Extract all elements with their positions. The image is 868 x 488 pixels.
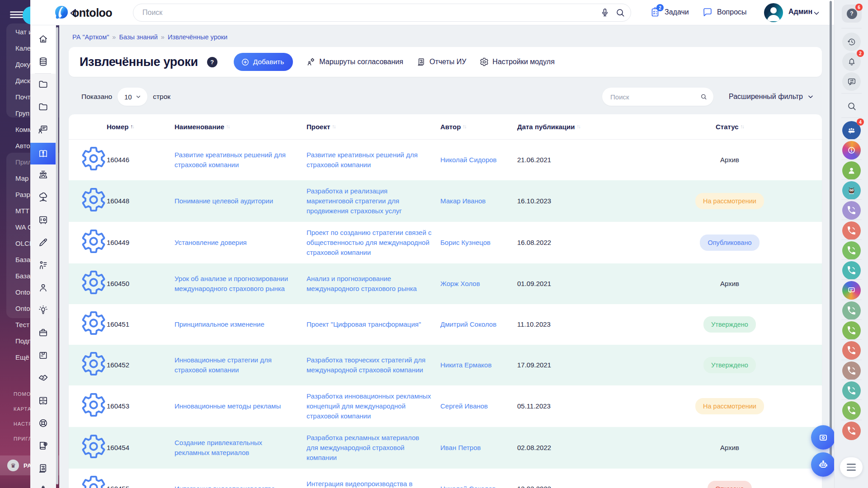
project-link[interactable]: Разработка инновационных рекламных конце… — [307, 391, 440, 421]
row-settings-gear-icon[interactable] — [80, 165, 107, 173]
rail-icon-book-puzzle[interactable] — [34, 436, 52, 455]
channel-phone-button[interactable] — [842, 221, 861, 240]
lesson-link[interactable]: Установление доверия — [175, 238, 255, 248]
channel-phone-button[interactable] — [842, 422, 861, 440]
lesson-link[interactable]: Создание привлекательных рекламных матер… — [175, 438, 307, 458]
row-settings-gear-icon[interactable] — [80, 330, 107, 338]
global-search-input[interactable] — [142, 9, 600, 17]
rail-icon-org[interactable] — [34, 165, 52, 183]
channel-phone-button[interactable] — [842, 341, 861, 360]
channel-phone-button[interactable] — [842, 301, 861, 320]
sort-icon[interactable]: ↑↓ — [226, 124, 230, 130]
table-search-input[interactable] — [610, 93, 700, 101]
channel-phone-button[interactable] — [842, 201, 861, 220]
lesson-link[interactable]: Принципиальное изменение — [175, 319, 273, 329]
lesson-link[interactable]: Интеграция видеопроизводства — [175, 484, 283, 488]
advanced-filter-button[interactable]: Расширенный фильтр — [729, 93, 814, 101]
tasks-button[interactable]: 2 Задачи — [650, 7, 689, 18]
workspace-footer-item[interactable]: КАРТА — [14, 406, 31, 412]
column-header-4[interactable]: Дата публикации↑↓ — [517, 123, 649, 131]
project-link[interactable]: Проект по созданию стратегии связей с об… — [307, 228, 440, 258]
author-link[interactable]: Иван Петров — [440, 443, 489, 453]
project-link[interactable]: Разработка и реализация маркетинговой ст… — [307, 186, 440, 216]
column-header-3[interactable]: Автор↑↓ — [440, 123, 517, 131]
lesson-link[interactable]: Инновационные методы рекламы — [175, 401, 289, 411]
rows-per-page-select[interactable]: 10 — [118, 88, 147, 106]
channel-owl-button[interactable] — [842, 181, 861, 200]
author-link[interactable]: Николай Сидоров — [440, 155, 505, 165]
channel-phone-button[interactable] — [842, 261, 861, 280]
breadcrumb-link[interactable]: Базы знаний — [119, 33, 157, 41]
workspace-footer-item[interactable]: ПОМО — [14, 391, 31, 397]
microphone-icon[interactable] — [600, 8, 610, 18]
rail-menu-button[interactable] — [840, 457, 863, 477]
profile-name[interactable]: Админ — [788, 8, 812, 16]
project-link[interactable]: Проект "Цифровая трансформация" — [307, 319, 429, 329]
rail-icon-drawer[interactable] — [34, 391, 52, 409]
reports-button[interactable]: Отчеты ИУ — [417, 57, 466, 66]
project-link[interactable]: Разработка творческих стратегий для межд… — [307, 355, 440, 375]
add-button[interactable]: Добавить — [234, 53, 293, 71]
lesson-link[interactable]: Урок об анализе и прогнозировании междун… — [175, 274, 307, 294]
channel-phone-button[interactable] — [842, 381, 861, 400]
page-scrollbar[interactable] — [830, 1, 832, 457]
channel-info-button[interactable] — [842, 141, 861, 160]
workspace-footer-item[interactable]: ПРИГЛ — [14, 436, 32, 441]
workspace-footer-item[interactable]: НАСТР — [14, 421, 33, 427]
rail-icon-user[interactable] — [34, 278, 52, 296]
author-link[interactable]: Сергей Иванов — [440, 401, 496, 411]
project-link[interactable]: Анализ и прогнозирование международного … — [307, 274, 440, 294]
rail-icon-folder[interactable] — [34, 75, 52, 93]
hamburger-menu-icon[interactable] — [10, 10, 24, 19]
sort-icon[interactable]: ↑↓ — [741, 124, 744, 130]
column-header-1[interactable]: Наименование↑↓ — [175, 123, 307, 131]
row-settings-gear-icon[interactable] — [80, 412, 107, 419]
settings-button[interactable]: Настройки модуля — [480, 57, 554, 66]
channel-chat-button[interactable] — [842, 281, 861, 300]
rail-icon-database[interactable] — [34, 52, 52, 70]
channel-people-chat-button[interactable]: 4 — [842, 121, 861, 140]
breadcrumb-link[interactable]: РА "Артком" — [72, 33, 109, 41]
project-link[interactable]: Разработка рекламных материалов для межд… — [307, 433, 440, 463]
rail-scrollbar[interactable] — [56, 27, 58, 484]
rail-icon-folder[interactable] — [34, 98, 52, 116]
channel-phone-button[interactable] — [842, 401, 861, 420]
author-link[interactable]: Жорж Холов — [440, 279, 488, 289]
lesson-link[interactable]: Понимание целевой аудитории — [175, 196, 281, 206]
author-link[interactable]: Николай Соколов — [440, 484, 504, 488]
assistant-bot-button[interactable] — [811, 452, 835, 477]
project-link[interactable]: Интеграция видеопроизводства в междунаро… — [307, 479, 440, 488]
rail-icon-training[interactable] — [34, 120, 52, 138]
rail-icon-report-doc[interactable] — [34, 459, 52, 477]
breadcrumb-link[interactable]: Извлечённые уроки — [168, 33, 227, 41]
help-icon[interactable]: ? — [207, 57, 217, 67]
profile-chevron-down-icon[interactable] — [813, 9, 820, 17]
sort-icon[interactable]: ↑↓ — [332, 124, 335, 130]
rail-icon-handshake[interactable] — [34, 369, 52, 387]
avatar[interactable] — [764, 3, 783, 22]
rail-icon-briefcase[interactable] — [34, 324, 52, 342]
help-button[interactable]: ? 6 — [842, 5, 862, 23]
author-link[interactable]: Дмитрий Соколов — [440, 319, 505, 329]
rail-history-button[interactable] — [842, 33, 861, 51]
project-link[interactable]: Развитие креативных решений для страхово… — [307, 150, 440, 170]
screen-share-button[interactable] — [811, 425, 835, 450]
column-header-0[interactable]: Номер↑↓ — [107, 123, 175, 131]
logo[interactable]: ontoloo — [54, 5, 112, 20]
channel-person-button[interactable] — [842, 161, 861, 180]
author-link[interactable]: Макар Иванов — [440, 196, 494, 206]
rail-icon-lessons[interactable] — [30, 143, 56, 164]
questions-button[interactable]: Вопросы — [702, 7, 747, 18]
lesson-link[interactable]: Инновационные стратегии для страховой ко… — [175, 355, 307, 375]
row-settings-gear-icon[interactable] — [80, 453, 107, 461]
rail-icon-home[interactable] — [34, 30, 52, 48]
sort-icon[interactable]: ↑↓ — [130, 124, 134, 130]
channel-phone-button[interactable] — [842, 241, 861, 260]
author-link[interactable]: Никита Ермаков — [440, 360, 500, 370]
rail-icon-network[interactable] — [34, 188, 52, 206]
column-header-2[interactable]: Проект↑↓ — [307, 123, 440, 131]
row-settings-gear-icon[interactable] — [80, 289, 107, 297]
column-header-5[interactable]: Статус↑↓ — [649, 123, 810, 131]
row-settings-gear-icon[interactable] — [80, 248, 107, 256]
channel-phone-button[interactable] — [842, 321, 861, 340]
